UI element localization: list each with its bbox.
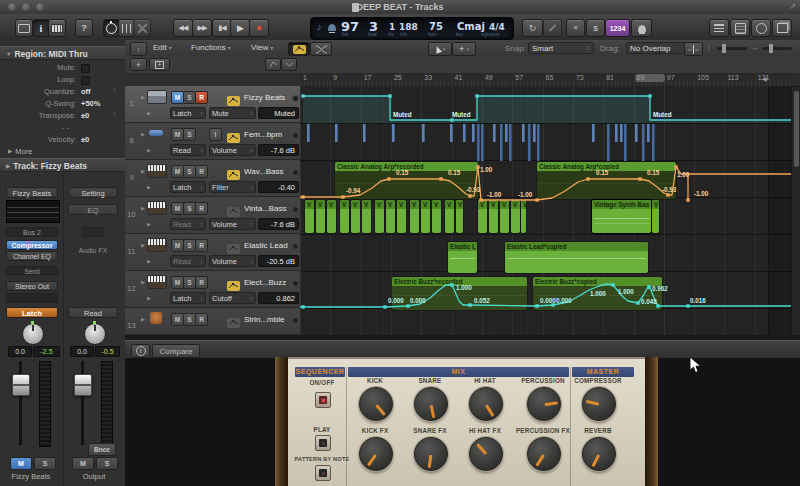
snare-knob[interactable] (414, 387, 448, 421)
pattern-by-note-button[interactable] (315, 465, 331, 481)
functions-menu[interactable]: Functions▾ (191, 43, 231, 52)
play-button[interactable] (315, 435, 331, 451)
disclosure-right-icon[interactable]: ▶ (147, 110, 151, 116)
track-header-row[interactable]: 8▶MSIFem...bpm▶Read↕Volume↕-7.6 dB (125, 123, 300, 160)
percussion-fx-knob[interactable] (527, 437, 561, 471)
region-param-value[interactable]: ±0 (81, 111, 89, 120)
record-enable-button[interactable]: R (195, 239, 208, 252)
list-editors-button[interactable] (709, 19, 729, 37)
kick-fx-knob[interactable] (359, 437, 393, 471)
track-zoom-view-button[interactable] (281, 58, 297, 71)
scrollbar-thumb[interactable] (794, 91, 799, 167)
rewind-button[interactable]: ◀◀ (173, 19, 193, 37)
track-header-row[interactable]: 12▶MSRElect...Buzz▶Latch↕Cutoff↕0.862 (125, 271, 300, 308)
automation-mode-dropdown[interactable]: Read↕ (170, 255, 206, 267)
disclosure-right-icon[interactable]: ▶ (141, 168, 145, 174)
disclosure-right-icon[interactable]: ▶ (141, 242, 145, 248)
midi-region[interactable]: Classic Analog Arp*copied (537, 162, 676, 199)
play-button[interactable]: ▶ (230, 19, 250, 37)
mute-button[interactable]: M (10, 457, 32, 470)
compare-button[interactable]: Compare (152, 344, 200, 358)
midi-region-cell[interactable]: V (456, 200, 463, 233)
sends-bus-slot[interactable]: Bus 2 (6, 227, 58, 237)
bar-ruler[interactable]: 191725334149576573818997105113121◀ (300, 73, 791, 87)
automation-mode-dropdown[interactable]: Latch↕ (170, 181, 206, 193)
cycle-button[interactable]: ↻ (522, 19, 543, 37)
empty-insert-slot[interactable] (6, 293, 58, 303)
stepper-icon[interactable]: ↕ (113, 111, 116, 117)
automation-value-box[interactable]: -7.6 dB (258, 144, 299, 156)
stop-button[interactable]: ▮◀ (212, 19, 232, 37)
command-tool-button[interactable]: + ▾ (452, 42, 476, 56)
midi-region-cell[interactable]: V (445, 200, 454, 233)
volume-readout[interactable]: 0.0 (8, 346, 32, 357)
region-param-value[interactable]: +50% (81, 99, 100, 108)
hide-tracks-button[interactable]: ↑ (130, 42, 147, 56)
edit-menu[interactable]: Edit▾ (153, 43, 172, 52)
insert-channel-eq-slot[interactable]: Channel EQ (6, 251, 58, 261)
replace-button[interactable]: ✕ (566, 19, 585, 37)
record-enable-button[interactable]: R (195, 202, 208, 215)
reverb-knob[interactable] (582, 437, 616, 471)
snare-fx-knob[interactable] (414, 437, 448, 471)
solo-button[interactable]: S (34, 457, 56, 470)
library-toggle-button[interactable] (15, 19, 33, 37)
automation-mode-read[interactable]: Read (68, 307, 118, 318)
lcd-display[interactable]: ♪ 97 3 1 188 75 Cmaj 4/4 bar beat div ti… (310, 17, 514, 40)
kick-knob[interactable] (359, 387, 393, 421)
horizontal-zoom-slider[interactable] (762, 47, 792, 50)
automation-param-dropdown[interactable]: Cutoff↕ (209, 292, 256, 304)
percussion-knob[interactable] (527, 387, 561, 421)
record-enable-button[interactable]: R (195, 91, 208, 104)
midi-region-cell[interactable]: V (478, 200, 487, 233)
volume-fader[interactable] (74, 374, 92, 396)
automation-mode-latch[interactable]: Latch (6, 307, 58, 318)
autopunch-button[interactable] (543, 19, 562, 37)
automation-value-box[interactable]: 0.862 (258, 292, 299, 304)
track-name[interactable]: Fem...bpm (244, 130, 291, 139)
midi-region-cell[interactable]: V (421, 200, 430, 233)
stepper-icon[interactable]: ↕ (113, 87, 116, 93)
region-param-checkbox[interactable] (81, 76, 90, 85)
automation-mode-dropdown[interactable]: Latch↕ (170, 292, 206, 304)
metronome-button[interactable] (631, 19, 652, 37)
track-header-row[interactable]: 9▶MSRWav...Bass▶Latch↕Filter↕-0.40 (125, 160, 300, 197)
eq-thumbnail[interactable] (6, 200, 60, 223)
disclosure-right-icon[interactable]: ▶ (141, 205, 145, 211)
track-name[interactable]: Elect...Buzz (244, 278, 291, 287)
midi-region[interactable]: Electric Buzz*copied (533, 277, 662, 310)
forward-button[interactable]: ▶▶ (192, 19, 212, 37)
automation-param-dropdown[interactable]: Volume↕ (209, 144, 256, 156)
track-name[interactable]: Wav...Bass (244, 167, 291, 176)
automation-indicator-icon[interactable] (227, 314, 240, 332)
volume-fader[interactable] (12, 374, 30, 396)
disclosure-right-icon[interactable]: ▶ (147, 147, 151, 153)
track-name[interactable]: Fizzy Beats (244, 93, 291, 102)
midi-region-cell[interactable]: V (340, 200, 349, 233)
track-name[interactable]: Strin...mble (244, 315, 291, 324)
add-track-button[interactable]: + (130, 58, 147, 71)
flex-button[interactable] (310, 42, 332, 56)
midi-region-cell[interactable]: V (521, 200, 526, 233)
vertical-scrollbar[interactable] (791, 87, 800, 335)
midi-region[interactable]: Elastic L (448, 242, 477, 273)
midi-region-cell[interactable]: V (397, 200, 406, 233)
disclosure-right-icon[interactable]: ▶ (141, 279, 145, 285)
on/off-button[interactable] (315, 392, 331, 408)
hi-hat-knob[interactable] (469, 387, 503, 421)
track-header-row[interactable]: 1▶MSRFizzy Beats▶Latch↕Mute↕Muted (125, 86, 300, 123)
setting-button[interactable]: Setting (68, 187, 118, 198)
solo-button[interactable]: S (96, 457, 118, 470)
midi-region-cell[interactable]: V (410, 200, 419, 233)
note-pads-button[interactable] (730, 19, 750, 37)
view-menu[interactable]: View▾ (251, 43, 273, 52)
region-more-toggle[interactable]: ▶More (8, 147, 32, 156)
disclosure-right-icon[interactable]: ▶ (141, 131, 145, 137)
midi-region-cell[interactable]: V (327, 200, 336, 233)
track-name[interactable]: Elastic Lead (244, 241, 291, 250)
automation-value-box[interactable]: -20.5 dB (258, 255, 299, 267)
midi-region-cell[interactable]: V (500, 200, 509, 233)
automation-value-box[interactable]: Muted (258, 107, 299, 119)
midi-region-cell[interactable]: V (305, 200, 314, 233)
fullscreen-icon[interactable]: ↗ (789, 2, 796, 11)
